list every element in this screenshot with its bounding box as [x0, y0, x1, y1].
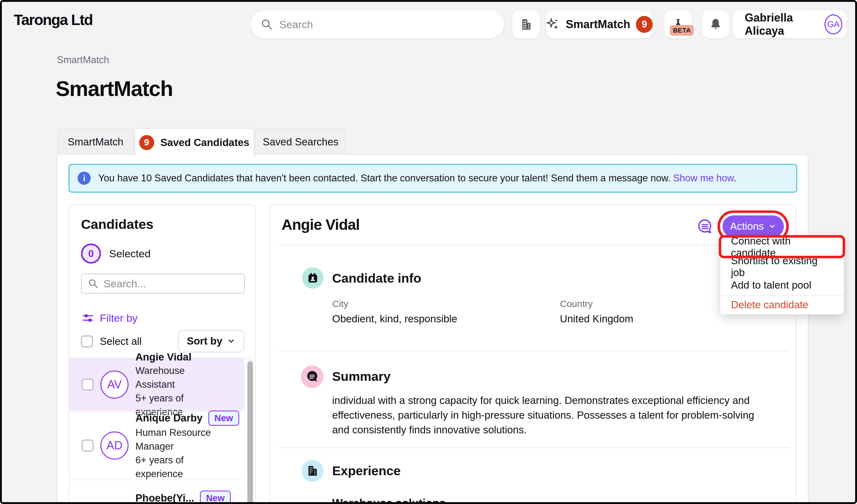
- selected-label: Selected: [109, 248, 150, 260]
- row-checkbox[interactable]: [82, 379, 94, 390]
- banner-message: You have 10 Saved Candidates that haven'…: [98, 173, 671, 184]
- country-value: United Kingdom: [560, 313, 633, 325]
- tab-saved-searches[interactable]: Saved Searches: [255, 128, 346, 155]
- new-badge: New: [208, 411, 239, 426]
- speech-bubble-icon: [301, 365, 323, 388]
- candidate-avatar: AD: [100, 432, 129, 459]
- candidate-search[interactable]: [81, 274, 245, 294]
- filter-by-link[interactable]: Filter by: [82, 312, 138, 324]
- tab-saved-candidates[interactable]: 9 Saved Candidates: [134, 128, 254, 156]
- search-icon: [88, 278, 99, 289]
- tab-bar: SmartMatch 9 Saved Candidates Saved Sear…: [57, 128, 346, 156]
- selected-count-row: 0 Selected: [81, 244, 150, 264]
- candidate-detail-card: Angie Vidal Actions Candidate info City …: [270, 204, 796, 504]
- smartmatch-count-badge: 9: [636, 16, 653, 33]
- new-badge: New: [200, 490, 231, 504]
- summary-heading: Summary: [332, 369, 391, 384]
- tab-label: Saved Candidates: [161, 137, 249, 149]
- actions-menu: Connect with candidate Shortlist to exis…: [720, 237, 844, 314]
- menu-item-connect-with-candidate[interactable]: Connect with candidate: [720, 237, 843, 257]
- chat-icon: [696, 218, 714, 236]
- candidates-list-card: Candidates 0 Selected Filter by Select a…: [68, 204, 255, 504]
- saved-candidates-count-badge: 9: [139, 135, 154, 150]
- sort-by-button[interactable]: Sort by: [178, 330, 244, 352]
- global-search-input[interactable]: [279, 18, 494, 31]
- menu-item-delete-candidate[interactable]: Delete candidate: [720, 295, 843, 314]
- select-all-label: Select all: [100, 335, 142, 347]
- filter-icon: [82, 312, 94, 324]
- info-icon: i: [78, 172, 91, 185]
- candidate-experience: 6+ years of experience: [135, 453, 226, 481]
- candidate-role: Warehouse Assistant: [135, 364, 226, 392]
- company-logo: Taronga Ltd: [14, 11, 93, 29]
- country-label: Country: [560, 299, 593, 309]
- global-search[interactable]: [251, 11, 504, 38]
- company-switcher-button[interactable]: [512, 11, 540, 38]
- tab-label: Saved Searches: [263, 136, 338, 148]
- section-divider: [279, 447, 789, 448]
- banner-period: .: [734, 173, 736, 184]
- beta-badge: BETA: [670, 25, 694, 36]
- candidate-name: Phoebe(Yi...: [135, 491, 194, 504]
- candidate-name: Anique Darby: [135, 411, 203, 425]
- candidate-row-phoebe[interactable]: Phoebe(Yi... New Human Resource: [69, 480, 244, 504]
- summary-text: individual with a strong capacity for qu…: [332, 393, 761, 437]
- tab-smartmatch[interactable]: SmartMatch: [57, 128, 134, 155]
- candidate-info-heading: Candidate info: [332, 271, 421, 286]
- filter-by-label: Filter by: [100, 312, 138, 324]
- user-name: Gabriella Alicaya: [745, 11, 824, 37]
- scrollbar-thumb[interactable]: [247, 361, 253, 504]
- city-value: Obedient, kind, responsible: [332, 313, 457, 325]
- select-all-checkbox[interactable]: [81, 335, 93, 347]
- profile-button[interactable]: Gabriella Alicaya GA: [733, 11, 847, 38]
- actions-button[interactable]: Actions: [723, 215, 784, 237]
- labs-beta-button[interactable]: BETA: [664, 11, 692, 38]
- menu-item-shortlist-to-existing-job[interactable]: Shortlist to existing job: [720, 257, 843, 276]
- info-banner: i You have 10 Saved Candidates that have…: [68, 164, 797, 193]
- candidates-heading: Candidates: [81, 217, 154, 232]
- experience-company: Warehouse solutions: [332, 497, 446, 504]
- bell-icon: [709, 18, 723, 31]
- candidate-row-anique-darby[interactable]: AD Anique Darby New Human Resource Manag…: [69, 412, 244, 479]
- candidate-row-angie-vidal[interactable]: AV Angie Vidal Warehouse Assistant 5+ ye…: [69, 358, 244, 411]
- chevron-down-icon: [768, 222, 776, 230]
- experience-heading: Experience: [332, 464, 401, 479]
- candidate-role: Human Resource Manager: [135, 426, 219, 453]
- sort-by-label: Sort by: [187, 335, 222, 347]
- banner-text: You have 10 Saved Candidates that haven'…: [98, 173, 736, 184]
- select-all-row: Select all: [81, 335, 142, 347]
- chevron-down-icon: [227, 337, 236, 346]
- smartmatch-nav-button[interactable]: SmartMatch 9: [546, 11, 653, 38]
- id-card-icon: [302, 267, 323, 289]
- section-divider: [279, 245, 789, 245]
- section-divider: [279, 350, 789, 351]
- building-icon: [519, 17, 534, 32]
- actions-label: Actions: [730, 221, 764, 232]
- chat-icon-button[interactable]: [696, 218, 714, 236]
- candidate-avatar: AV: [100, 370, 129, 399]
- breadcrumb[interactable]: SmartMatch: [57, 54, 109, 66]
- sparkles-icon: [546, 17, 560, 32]
- user-avatar: GA: [824, 14, 842, 34]
- show-me-how-link[interactable]: Show me how: [673, 173, 734, 184]
- building-icon: [302, 460, 323, 482]
- row-checkbox[interactable]: [82, 439, 94, 451]
- tab-label: SmartMatch: [68, 136, 123, 148]
- page-title: SmartMatch: [56, 76, 173, 101]
- search-icon: [261, 18, 273, 31]
- list-scrollbar[interactable]: [247, 359, 253, 504]
- candidate-name: Angie Vidal: [135, 350, 226, 364]
- menu-item-add-to-talent-pool[interactable]: Add to talent pool: [720, 276, 843, 294]
- candidate-detail-title: Angie Vidal: [282, 216, 360, 233]
- smartmatch-label: SmartMatch: [566, 18, 630, 31]
- candidate-search-input[interactable]: [103, 278, 238, 290]
- notifications-button[interactable]: [702, 11, 729, 38]
- selected-count-badge: 0: [81, 244, 101, 264]
- smartmatch-app-window: Taronga Ltd SmartMatch 9 BETA Gabriella …: [0, 0, 857, 504]
- city-label: City: [332, 299, 349, 309]
